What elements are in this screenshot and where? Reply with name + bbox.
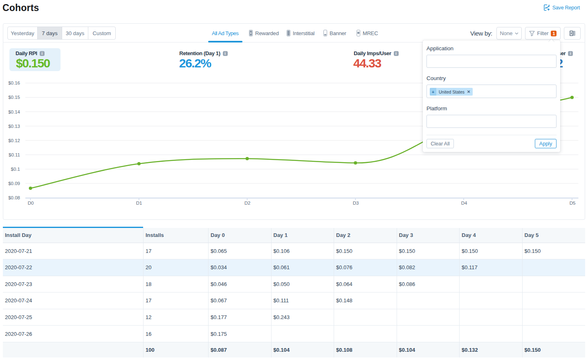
svg-text:$0.1: $0.1 (11, 167, 20, 172)
svg-text:$0.13: $0.13 (8, 124, 20, 129)
svg-text:D4: D4 (461, 201, 467, 205)
svg-text:$0.16: $0.16 (8, 80, 20, 85)
svg-text:$0.15: $0.15 (8, 95, 20, 100)
svg-text:D2: D2 (245, 201, 251, 205)
svg-text:D0: D0 (28, 201, 34, 205)
svg-text:D3: D3 (353, 201, 359, 205)
svg-text:D1: D1 (136, 201, 142, 205)
svg-text:$0.09: $0.09 (8, 181, 20, 186)
svg-text:$0.14: $0.14 (8, 109, 20, 114)
svg-text:$0.11: $0.11 (9, 152, 20, 157)
svg-text:$0.12: $0.12 (8, 138, 20, 143)
svg-text:D5: D5 (570, 201, 576, 205)
svg-text:$0.08: $0.08 (8, 195, 20, 200)
